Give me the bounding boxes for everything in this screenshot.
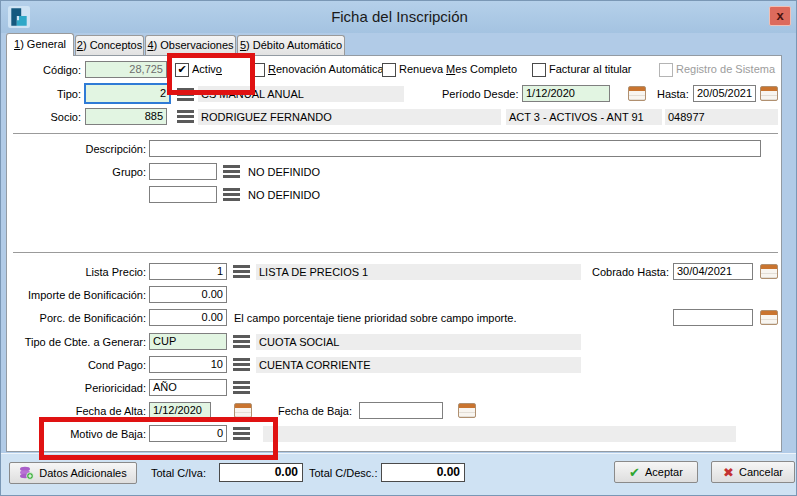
tipo-cbte-lookup-icon[interactable] bbox=[233, 335, 250, 348]
cancelar-button[interactable]: ✖ Cancelar bbox=[711, 461, 795, 483]
grupo2-lookup-icon[interactable] bbox=[223, 188, 240, 201]
codigo-field[interactable]: 28,725 bbox=[85, 61, 167, 78]
tab-conceptos[interactable]: 2) Conceptos bbox=[75, 35, 144, 55]
fecha-baja-field[interactable] bbox=[359, 402, 443, 419]
motivo-baja-label: Motivo de Baja: bbox=[6, 426, 146, 443]
socio-categoria-field: ACT 3 - ACTIVOS - ANT 91 bbox=[506, 109, 662, 125]
button-label: Datos Adicionales bbox=[39, 467, 126, 479]
fecha-alta-label: Fecha de Alta: bbox=[6, 403, 146, 420]
lista-precio-lookup-icon[interactable] bbox=[233, 265, 250, 278]
periodo-desde-calendar-icon[interactable] bbox=[628, 86, 646, 101]
close-icon[interactable]: x bbox=[769, 6, 791, 26]
label-accel: R bbox=[268, 63, 276, 75]
checkmark-icon: ✔ bbox=[177, 63, 186, 75]
tab-label: ) Observaciones bbox=[154, 39, 234, 51]
label-pre: Activ bbox=[192, 63, 216, 75]
titlebar: Ficha del Inscripción x bbox=[1, 1, 797, 33]
porc-bonificacion-field[interactable]: 0.00 bbox=[149, 309, 227, 326]
fecha-prioridad-field[interactable] bbox=[673, 309, 753, 326]
renueva-mes-completo-checkbox[interactable] bbox=[382, 63, 396, 77]
button-label: Aceptar bbox=[645, 466, 683, 478]
tab-label: ) General bbox=[20, 38, 66, 50]
cond-pago-field[interactable]: 10 bbox=[149, 356, 227, 373]
total-desc-field: 0.00 bbox=[381, 463, 465, 482]
cobrado-hasta-field[interactable]: 30/04/2021 bbox=[673, 263, 753, 280]
socio-field[interactable]: 885 bbox=[85, 108, 167, 125]
total-iva-field: 0.00 bbox=[219, 463, 303, 482]
lista-precio-field[interactable]: 1 bbox=[149, 263, 227, 280]
motivo-baja-desc-field bbox=[263, 426, 736, 442]
socio-codigo-field: 048977 bbox=[665, 109, 778, 125]
porcentaje-nota: El campo porcentaje tiene prioridad sobr… bbox=[234, 310, 516, 327]
tipo-cbte-field[interactable]: CUP bbox=[149, 333, 227, 350]
facturar-al-titular-checkbox[interactable] bbox=[532, 63, 546, 77]
socio-label: Socio: bbox=[6, 109, 81, 126]
cobrado-hasta-label: Cobrado Hasta: bbox=[592, 264, 669, 281]
aceptar-button[interactable]: ✔ Aceptar bbox=[614, 461, 698, 483]
fecha-alta-calendar-icon[interactable] bbox=[234, 403, 252, 418]
descripcion-field[interactable] bbox=[149, 140, 761, 157]
label-pre: Facturar al titular bbox=[549, 63, 632, 75]
separator bbox=[13, 252, 778, 256]
porc-bonificacion-label: Porc. de Bonificación: bbox=[6, 310, 146, 327]
hasta-calendar-icon[interactable] bbox=[760, 86, 778, 101]
cond-pago-label: Cond Pago: bbox=[6, 357, 146, 374]
database-add-icon bbox=[19, 466, 34, 480]
perioricidad-lookup-icon[interactable] bbox=[233, 381, 250, 394]
tab-label: ) Débito Automático bbox=[246, 39, 342, 51]
fecha-alta-field[interactable]: 1/12/2020 bbox=[149, 402, 211, 419]
motivo-baja-field[interactable]: 0 bbox=[149, 425, 227, 442]
importe-bonificacion-label: Importe de Bonificación: bbox=[6, 287, 146, 304]
cobrado-hasta-calendar-icon[interactable] bbox=[760, 264, 778, 279]
perioricidad-field[interactable]: AÑO bbox=[149, 379, 227, 396]
fecha-prioridad-calendar-icon[interactable] bbox=[760, 310, 778, 325]
tab-observaciones[interactable]: 4) Observaciones bbox=[145, 35, 236, 55]
renovacion-automatica-label: Renovación Automática bbox=[268, 62, 384, 77]
tab-general[interactable]: 1) General bbox=[6, 33, 74, 56]
socio-nombre-field: RODRIGUEZ FERNANDO bbox=[198, 109, 501, 125]
activo-checkbox[interactable]: ✔ bbox=[175, 63, 189, 77]
codigo-label: Código: bbox=[6, 62, 81, 79]
motivo-baja-lookup-icon[interactable] bbox=[233, 427, 250, 440]
socio-lookup-icon[interactable] bbox=[177, 110, 194, 123]
grupo2-field[interactable] bbox=[149, 186, 217, 203]
perioricidad-label: Perioricidad: bbox=[6, 380, 146, 397]
facturar-al-titular-label: Facturar al titular bbox=[549, 62, 632, 77]
lista-precio-desc-field: LISTA DE PRECIOS 1 bbox=[256, 264, 581, 280]
label-pre: Renueva bbox=[399, 63, 446, 75]
grupo1-field[interactable] bbox=[149, 163, 217, 180]
label-pre: Registro de Sistema bbox=[676, 63, 775, 75]
label-accel: M bbox=[446, 63, 455, 75]
tab-debito-automatico[interactable]: 5) Débito Automático bbox=[237, 35, 345, 55]
label-post: enovación Automática bbox=[276, 63, 384, 75]
tipo-desc-field: CS MANUAL ANUAL bbox=[198, 86, 404, 102]
datos-adicionales-button[interactable]: Datos Adicionales bbox=[9, 462, 137, 484]
tipo-cbte-desc-field: CUOTA SOCIAL bbox=[256, 334, 581, 350]
registro-de-sistema-label: Registro de Sistema bbox=[676, 62, 775, 77]
grupo1-desc: NO DEFINIDO bbox=[248, 164, 320, 181]
importe-bonificacion-field[interactable]: 0.00 bbox=[149, 286, 227, 303]
hasta-field[interactable]: 20/05/2021 bbox=[693, 85, 756, 102]
separator bbox=[13, 133, 778, 137]
window-title: Ficha del Inscripción bbox=[1, 8, 797, 25]
activo-label: Activo bbox=[192, 62, 222, 77]
button-label: Cancelar bbox=[739, 466, 783, 478]
fecha-baja-label: Fecha de Baja: bbox=[278, 403, 352, 420]
ficha-inscripcion-dialog: Ficha del Inscripción x 1) General 2) Co… bbox=[0, 0, 797, 496]
cond-pago-lookup-icon[interactable] bbox=[233, 358, 250, 371]
periodo-desde-field[interactable]: 1/12/2020 bbox=[522, 85, 610, 102]
check-icon: ✔ bbox=[629, 466, 640, 479]
descripcion-label: Descripción: bbox=[6, 141, 146, 158]
tipo-lookup-icon[interactable] bbox=[177, 88, 194, 101]
total-iva-label: Total C/Iva: bbox=[151, 465, 206, 482]
lista-precio-label: Lista Precio: bbox=[6, 264, 146, 281]
renueva-mes-completo-label: Renueva Mes Completo bbox=[399, 62, 517, 77]
cond-pago-desc-field: CUENTA CORRIENTE bbox=[256, 357, 581, 373]
renovacion-automatica-checkbox[interactable] bbox=[251, 63, 265, 77]
grupo1-lookup-icon[interactable] bbox=[223, 165, 240, 178]
tipo-field[interactable]: 2 bbox=[84, 83, 171, 104]
fecha-baja-calendar-icon[interactable] bbox=[458, 403, 476, 418]
label-accel: o bbox=[216, 63, 222, 75]
tab-label: ) Conceptos bbox=[83, 39, 142, 51]
total-desc-label: Total C/Desc.: bbox=[309, 465, 377, 482]
